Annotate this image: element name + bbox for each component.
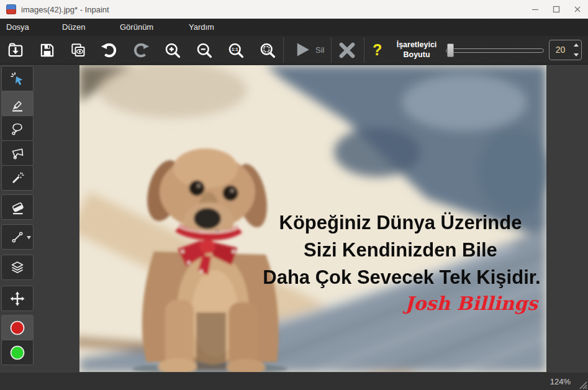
magic-select-icon [9,71,25,87]
maximize-button[interactable] [546,0,567,19]
quote-line-1: Köpeğiniz Dünya Üzerinde [279,212,522,234]
show-original-icon [70,42,87,59]
app-icon [6,4,16,14]
run-erase-button[interactable]: Sil [294,40,324,59]
play-icon [294,40,312,59]
marker-size-value[interactable]: 20 [550,40,571,60]
magic-wand-icon [9,170,25,186]
help-button[interactable]: ? [373,39,382,61]
marker-size-label-line1: İşaretleyici [389,40,445,50]
red-marker-color-button[interactable] [1,315,34,340]
menu-yardim[interactable]: Yardım [189,19,214,36]
quote-line-2: Sizi Kendinizden Bile [304,239,497,261]
zoom-level: 124% [550,377,571,386]
window-title: images(42).jpg* - Inpaint [21,5,109,14]
menu-gorunum[interactable]: Görünüm [120,19,153,36]
save-button[interactable] [37,40,57,60]
window-controls [525,0,588,19]
zoom-actual-button[interactable]: 1:1 [226,40,246,60]
marker-icon [9,96,25,112]
minimize-button[interactable] [525,0,546,19]
slider-handle[interactable] [447,43,454,57]
move-icon [9,291,25,307]
green-marker-icon [9,344,26,361]
menu-duzen[interactable]: Düzen [62,19,86,36]
zoom-out-button[interactable] [194,40,214,60]
marker-size-spinner[interactable]: 20 [549,40,582,60]
slider-track[interactable] [446,48,544,53]
image-surface[interactable]: Köpeğiniz Dünya Üzerinde Sizi Kendinizde… [79,65,546,372]
zoom-fit-button[interactable] [258,40,278,60]
spinner-down-button[interactable] [571,50,581,60]
resize-grip[interactable] [578,380,587,389]
quote-line-3: Daha Çok Sevecek Tek Kişidir. [263,266,540,288]
toolbar: 1:1 Sil ? İşaretleyici [0,36,588,65]
close-button[interactable] [567,0,588,19]
open-icon [7,42,24,59]
magic-select-tool-button[interactable] [1,66,34,91]
toolbar-separator [331,37,332,63]
green-marker-color-button[interactable] [1,340,34,365]
redo-button[interactable] [131,40,151,60]
layers-icon [9,260,25,276]
red-marker-icon [9,319,26,337]
statusbar: 124% [0,373,588,390]
toolbar-separator [364,37,364,63]
editor-canvas: Köpeğiniz Dünya Üzerinde Sizi Kendinizde… [0,65,588,373]
redo-icon [132,41,150,60]
menu-dosya[interactable]: Dosya [6,19,29,36]
quote-signature: Josh Billings [402,292,539,314]
polygon-lasso-tool-button[interactable] [1,140,34,166]
close-icon [574,6,581,13]
minimize-icon [531,6,539,13]
inpaint-window: images(42).jpg* - Inpaint Dosya Düzen Gö… [0,0,588,390]
down-arrow-icon [574,53,579,57]
show-original-button[interactable] [68,40,88,60]
run-erase-label: Sil [315,45,324,55]
zoom-out-icon [195,41,214,60]
zoom-fit-icon [258,41,277,60]
eraser-tool-button[interactable] [1,194,34,220]
undo-icon [100,41,119,60]
undo-button[interactable] [99,40,119,60]
zoom-in-icon [163,41,182,60]
eraser-icon [9,199,25,215]
lasso-tool-button[interactable] [1,116,34,141]
marker-size-label: İşaretleyici Boyutu [389,40,445,60]
line-tool-button[interactable] [1,224,34,250]
layers-tool-button[interactable] [1,255,34,280]
cancel-button[interactable] [337,40,357,60]
polygon-lasso-icon [9,145,25,161]
maximize-icon [553,6,560,13]
zoom-in-button[interactable] [163,40,183,60]
move-tool-button[interactable] [1,286,34,311]
marker-size-slider[interactable] [446,43,544,57]
marker-tool-button[interactable] [1,91,34,116]
open-button[interactable] [6,40,25,60]
spinner-arrows [571,40,581,60]
save-icon [38,42,56,59]
line-icon [9,229,25,245]
line-tool-dropdown-icon[interactable] [27,236,31,240]
spinner-up-button[interactable] [571,40,581,50]
zoom-actual-icon: 1:1 [227,41,245,60]
marker-size-label-line2: Boyutu [389,50,445,60]
puppy-image: Köpeğiniz Dünya Üzerinde Sizi Kendinizde… [79,65,546,372]
cancel-icon [338,41,356,60]
titlebar: images(42).jpg* - Inpaint [0,0,588,19]
toolbar-separator [283,37,284,63]
lasso-icon [9,120,25,137]
magic-wand-tool-button[interactable] [1,165,34,191]
menubar: Dosya Düzen Görünüm Yardım [0,19,588,36]
zoom-actual-label: 1:1 [232,47,238,52]
up-arrow-icon [574,43,579,47]
